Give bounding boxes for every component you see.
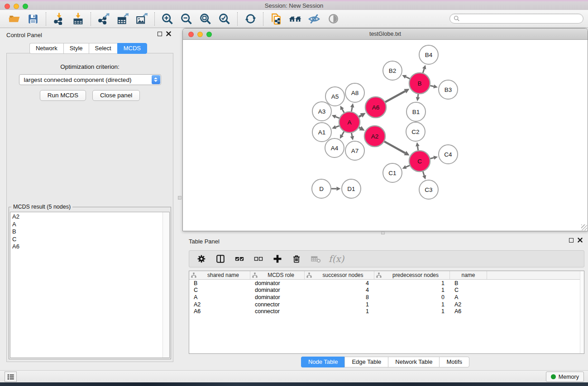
mcds-result-item[interactable]: A [10, 221, 169, 229]
table-cell: dominator [250, 280, 305, 286]
graph-edge[interactable] [335, 117, 339, 118]
table-scrollbar[interactable] [580, 271, 584, 353]
network-canvas[interactable]: AA1A2A3A4A5A6A7A8BB1B2B3B4CC1C2C3C4DD1 [183, 40, 588, 231]
graph-node-label: A4 [331, 145, 339, 152]
control-panel-title: Control Panel [6, 32, 42, 38]
memory-button[interactable]: Memory [546, 372, 584, 382]
column-header[interactable]: MCDS role [250, 271, 305, 279]
zoom-in-button[interactable] [158, 11, 177, 27]
table-cell: 1 [374, 287, 450, 293]
delete-column-button[interactable] [291, 253, 302, 265]
tab-network[interactable]: Network [29, 43, 63, 54]
trash-icon [292, 254, 301, 264]
mcds-result-item[interactable]: A6 [10, 243, 169, 251]
graph-edge[interactable] [342, 132, 344, 135]
select-all-button[interactable] [234, 253, 245, 265]
close-panel-button[interactable]: Close panel [92, 90, 140, 101]
graph-edge[interactable] [385, 91, 405, 102]
export-image-button[interactable] [132, 11, 151, 27]
column-header[interactable]: predecessor nodes [374, 271, 450, 279]
graph-node-label: A1 [318, 129, 326, 136]
mcds-result-item[interactable]: A2 [10, 213, 169, 221]
optimization-criterion-select[interactable]: largest connected component (directed) [19, 74, 161, 85]
zoom-out-button[interactable] [177, 11, 196, 27]
graph-edge[interactable] [423, 69, 424, 73]
refresh-layout-button[interactable] [241, 11, 260, 27]
graph-edge-arrowhead [422, 175, 426, 180]
show-task-history-button[interactable] [5, 372, 17, 382]
column-header[interactable]: successor nodes [305, 271, 374, 279]
vertical-split-handle[interactable] [178, 196, 182, 200]
graph-edge[interactable] [359, 128, 360, 129]
table-cell: 1 [305, 301, 374, 308]
zoom-window-button[interactable] [23, 4, 28, 9]
table-row[interactable]: Cdominator41C [189, 287, 584, 294]
tab-node-table[interactable]: Node Table [301, 357, 345, 367]
open-session-button[interactable] [5, 11, 24, 27]
tab-network-table[interactable]: Network Table [388, 357, 439, 367]
clone-network-button[interactable] [267, 11, 286, 27]
graph-edge[interactable] [406, 166, 410, 167]
table-body: Bdominator41BCdominator41CAdominator80AA… [189, 280, 584, 315]
graph-edge[interactable] [423, 172, 424, 176]
graph-edge[interactable] [359, 115, 361, 117]
table-row[interactable]: Bdominator41B [189, 280, 584, 287]
import-network-button[interactable] [49, 11, 68, 27]
close-panel-icon[interactable] [166, 31, 171, 36]
graph-edge[interactable] [351, 133, 352, 136]
column-header[interactable]: shared name [189, 271, 250, 279]
window-resize-grip[interactable] [581, 224, 587, 230]
graph-edge[interactable] [430, 158, 434, 159]
show-column-panel-button[interactable] [215, 253, 226, 265]
column-panel-icon [215, 254, 225, 264]
export-table-button[interactable] [113, 11, 132, 27]
float-panel-icon[interactable] [158, 32, 162, 36]
table-row[interactable]: A6connector11A6 [189, 308, 584, 315]
tab-select[interactable]: Select [89, 43, 117, 54]
graph-edge[interactable] [384, 142, 405, 153]
graph-node-label: B [417, 80, 421, 87]
graph-edge[interactable] [417, 146, 418, 150]
graph-edge[interactable] [430, 86, 434, 86]
search-input[interactable] [460, 15, 583, 22]
zoom-fit-button[interactable] [196, 11, 215, 27]
graph-edge[interactable] [336, 126, 339, 127]
network-minimize-button[interactable] [197, 32, 203, 37]
minimize-window-button[interactable] [14, 4, 19, 9]
close-panel-icon[interactable] [578, 238, 583, 243]
graph-edge[interactable] [418, 94, 418, 97]
tab-edge-table[interactable]: Edge Table [344, 357, 388, 367]
graph-edge[interactable] [351, 107, 352, 111]
graph-edge[interactable] [342, 109, 344, 113]
run-mcds-button[interactable]: Run MCDS [40, 90, 86, 101]
show-all-networks-button[interactable] [286, 11, 305, 27]
hide-graphics-details-button[interactable] [305, 11, 324, 27]
column-hierarchy-icon [252, 272, 258, 278]
delete-table-button[interactable] [310, 253, 321, 265]
table-row[interactable]: Adominator80A [189, 294, 584, 301]
graph-edge[interactable] [406, 77, 410, 79]
tab-style[interactable]: Style [63, 43, 89, 54]
close-window-button[interactable] [5, 4, 10, 9]
network-close-button[interactable] [188, 32, 194, 37]
tab-mcds[interactable]: MCDS [117, 43, 147, 54]
mcds-result-item[interactable]: C [10, 236, 169, 243]
save-session-button[interactable] [24, 11, 43, 27]
zoom-selected-button[interactable] [215, 11, 234, 27]
column-header-label: successor nodes [312, 272, 374, 278]
unselect-all-button[interactable] [253, 253, 264, 265]
tab-motifs[interactable]: Motifs [439, 357, 469, 367]
column-header[interactable]: name [450, 271, 487, 279]
mcds-result-item[interactable]: B [10, 228, 169, 236]
column-header-label: name [450, 272, 487, 278]
float-panel-icon[interactable] [569, 238, 574, 243]
show-graphics-details-button[interactable] [324, 11, 343, 27]
add-column-button[interactable] [272, 253, 283, 265]
function-builder-button[interactable]: f(x) [329, 253, 344, 264]
export-network-button[interactable] [94, 11, 113, 27]
table-row[interactable]: A2connector11A2 [189, 301, 584, 308]
network-zoom-button[interactable] [206, 32, 212, 37]
table-settings-button[interactable] [196, 253, 207, 265]
import-table-button[interactable] [68, 11, 87, 27]
mcds-list-scrollbar[interactable] [163, 212, 169, 357]
